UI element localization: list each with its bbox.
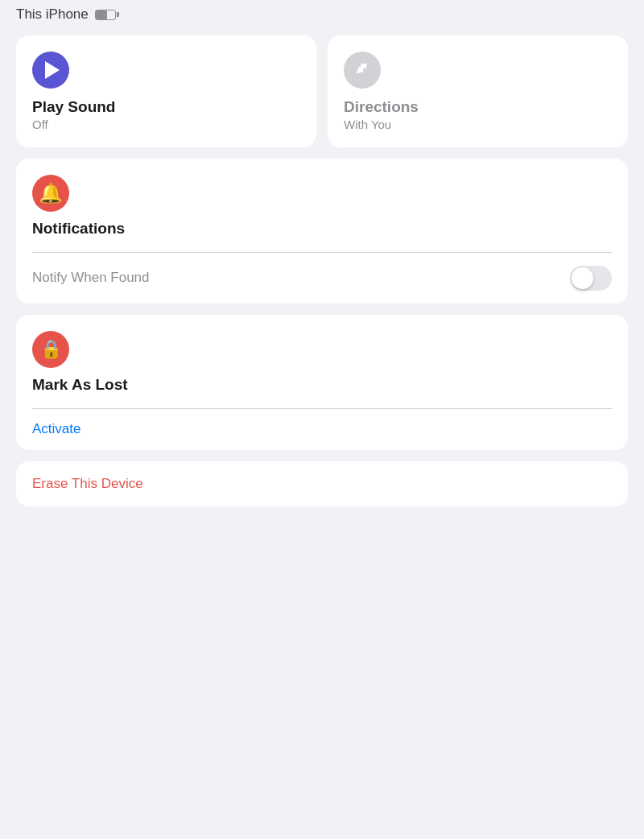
erase-device-card[interactable]: Erase This Device — [16, 461, 628, 506]
notify-when-found-toggle[interactable] — [570, 266, 612, 291]
notify-when-found-row: Notify When Found — [16, 253, 628, 304]
mark-as-lost-icon-container: 🔒 — [32, 331, 69, 368]
battery-fill — [96, 10, 107, 19]
battery-icon — [95, 10, 119, 20]
erase-device-button[interactable]: Erase This Device — [32, 476, 143, 491]
notifications-header: 🔔 Notifications — [16, 159, 628, 252]
directions-card[interactable]: Directions With You — [328, 35, 628, 147]
directions-icon — [353, 61, 371, 79]
notifications-icon-container: 🔔 — [32, 175, 69, 212]
page-title: This iPhone — [16, 6, 89, 23]
status-bar: This iPhone — [0, 0, 644, 27]
toggle-thumb — [572, 267, 593, 289]
directions-title: Directions — [344, 98, 612, 116]
mark-as-lost-title: Mark As Lost — [32, 376, 612, 394]
mark-as-lost-card: 🔒 Mark As Lost Activate — [16, 315, 628, 451]
lock-icon: 🔒 — [40, 339, 62, 360]
notifications-card: 🔔 Notifications Notify When Found — [16, 159, 628, 304]
notifications-title: Notifications — [32, 220, 612, 238]
play-sound-title: Play Sound — [32, 98, 300, 116]
play-sound-icon-container — [32, 52, 69, 89]
main-content: Play Sound Off Directions With You 🔔 Not… — [0, 27, 644, 523]
mark-as-lost-header: 🔒 Mark As Lost — [16, 315, 628, 408]
bell-icon: 🔔 — [39, 182, 63, 205]
top-card-row: Play Sound Off Directions With You — [16, 35, 628, 147]
directions-subtitle: With You — [344, 118, 612, 131]
activate-button[interactable]: Activate — [32, 421, 80, 437]
play-icon — [45, 61, 60, 79]
directions-icon-container — [344, 52, 381, 89]
activate-row[interactable]: Activate — [16, 408, 628, 450]
play-sound-card[interactable]: Play Sound Off — [16, 35, 316, 147]
battery-body — [95, 10, 116, 20]
battery-tip — [117, 12, 119, 17]
play-sound-subtitle: Off — [32, 118, 300, 131]
notify-when-found-label: Notify When Found — [32, 270, 150, 286]
